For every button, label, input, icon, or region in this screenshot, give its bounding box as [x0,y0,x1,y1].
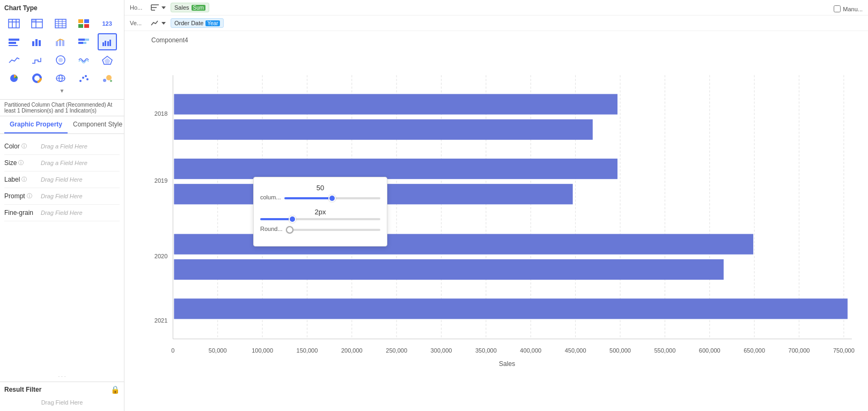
line-bar-icon[interactable] [51,33,70,50]
result-filter-section: Result Filter 🔒 Drag Field Here [0,382,124,411]
svg-rect-30 [83,42,86,44]
column-width-slider-container: colum... [260,194,380,203]
tabs: Graphic Property Component Style [0,116,124,134]
size-label: Size ⓘ [4,159,36,167]
left-panel: Chart Type 123 [0,0,124,411]
bar-2018-bottom[interactable] [174,119,592,140]
svg-text:0: 0 [171,347,174,354]
wave-chart-icon[interactable] [74,51,93,69]
tab-graphic-property[interactable]: Graphic Property [4,116,68,133]
column-chart-icon[interactable] [27,33,47,50]
prompt-info-icon: ⓘ [27,192,32,200]
prompt-label: Prompt ⓘ [4,192,36,200]
size-property: Size ⓘ Drag a Field Here [4,155,120,171]
scatter-icon[interactable] [74,70,93,87]
map-icon[interactable] [51,70,70,87]
filter-icon[interactable]: 🔒 [111,385,120,394]
step-line-icon[interactable] [27,51,47,69]
svg-rect-31 [102,42,104,46]
svg-rect-14 [78,19,83,23]
resize-handle[interactable]: · · · [0,371,124,382]
svg-rect-26 [62,40,64,46]
area-chart-icon[interactable] [51,51,70,69]
column-width-label: colum... [260,194,281,200]
line-chart-icon[interactable] [4,51,24,69]
vertical-axis-row: Ve... Order Date Year [124,16,868,31]
radar-icon[interactable] [98,51,117,69]
svg-rect-27 [78,39,85,41]
border-width-slider[interactable] [260,218,380,220]
color-block-icon[interactable] [74,15,93,32]
svg-rect-32 [105,41,106,46]
manual-checkbox[interactable] [834,5,841,12]
scroll-down-btn[interactable]: ▼ [4,87,120,95]
horizontal-axis-icon[interactable] [150,3,166,12]
grid-table-icon[interactable] [51,15,70,32]
svg-point-50 [106,75,112,80]
svg-text:50,000: 50,000 [209,347,227,354]
size-info-icon: ⓘ [18,159,24,167]
svg-text:150,000: 150,000 [297,347,318,354]
svg-text:100,000: 100,000 [252,347,273,354]
svg-point-48 [86,78,89,80]
roundness-label: Round... [260,226,283,232]
svg-rect-22 [35,39,38,46]
vertical-axis-icon[interactable] [150,18,166,28]
pivot-icon[interactable] [27,15,47,32]
bar-2019-top[interactable] [174,159,617,179]
svg-rect-19 [9,42,16,44]
bubble-icon[interactable] [98,70,117,87]
chart-type-section: Chart Type 123 [0,0,124,100]
svg-point-47 [85,75,87,77]
svg-rect-16 [78,24,83,28]
horizontal-axis-label: Ho... [130,4,146,11]
svg-point-46 [82,77,84,79]
chart-container: 2018 2019 2020 2021 0 50,000 100,000 [130,49,857,392]
popup-panel: 50 colum... 2px Round... [253,177,387,246]
svg-text:600,000: 600,000 [699,347,720,354]
svg-rect-20 [9,45,18,46]
size-drop-zone[interactable]: Drag a Field Here [41,160,120,166]
chart-type-grid: 123 [4,15,120,87]
svg-text:700,000: 700,000 [789,347,810,354]
svg-rect-34 [109,40,111,46]
chart-type-title: Chart Type [4,4,120,12]
svg-text:2019: 2019 [155,177,168,184]
stacked-bar-icon[interactable] [74,33,93,50]
bar-chart-icon[interactable] [4,33,24,50]
donut-chart-icon[interactable] [27,70,47,87]
svg-text:750,000: 750,000 [833,347,855,354]
color-drop-zone[interactable]: Drag a Field Here [41,143,120,150]
bar-2018-top[interactable] [174,94,617,114]
label-label: Label ⓘ [4,176,36,183]
svg-rect-18 [9,39,19,41]
tab-component-style[interactable]: Component Style [68,116,124,133]
partitioned-col-active-icon[interactable] [98,33,117,50]
horizontal-axis-row: Ho... Sales Sum [124,0,868,16]
bar-2021-top[interactable] [174,298,848,319]
roundness-slider-container: Round... [260,226,380,234]
sales-badge: Sum [192,5,206,11]
scroll-down-arrow: ▼ [60,88,65,94]
number-icon[interactable]: 123 [98,15,117,32]
roundness-slider[interactable] [286,229,380,231]
sales-tag[interactable]: Sales Sum [171,3,209,12]
pie-chart-icon[interactable] [4,70,24,87]
label-drop-zone[interactable]: Drag Field Here [41,176,120,183]
svg-text:650,000: 650,000 [744,347,765,354]
column-width-slider[interactable] [284,197,380,199]
svg-marker-56 [161,6,166,9]
finegrain-drop-zone[interactable]: Drag Field Here [41,210,120,216]
prompt-drop-zone[interactable]: Drag Field Here [41,193,120,199]
svg-text:Sales: Sales [499,360,515,368]
result-filter-drop-zone[interactable]: Drag Field Here [4,397,120,408]
table-icon[interactable] [4,15,24,32]
color-label: Color ⓘ [4,143,36,150]
border-width-slider-container [260,218,380,220]
svg-point-49 [103,79,106,82]
finegrain-label: Fine-grain [4,209,36,216]
result-filter-header: Result Filter 🔒 [4,385,120,394]
bar-2020-bottom[interactable] [174,259,724,280]
orderdate-tag[interactable]: Order Date Year [171,18,224,28]
svg-rect-24 [56,41,58,46]
